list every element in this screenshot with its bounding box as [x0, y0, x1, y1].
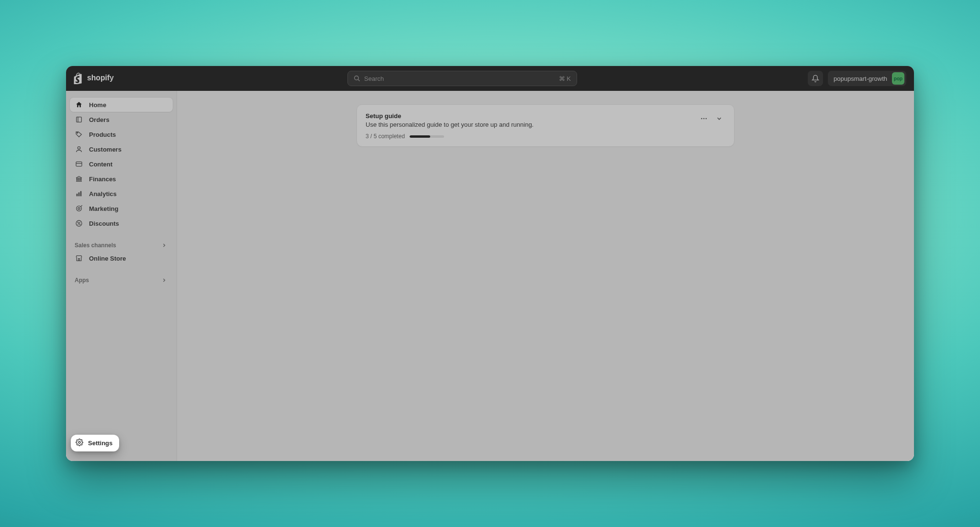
sidebar-item-discounts[interactable]: Discounts [70, 216, 173, 231]
sidebar-item-label: Content [89, 161, 112, 168]
home-icon [75, 100, 83, 109]
store-switcher-button[interactable]: popupsmart-growth pop [828, 71, 906, 86]
search-shortcut: ⌘ K [559, 75, 571, 82]
settings-label: Settings [88, 439, 112, 447]
sidebar-item-label: Finances [89, 176, 116, 183]
discount-icon [75, 219, 83, 228]
app-body: Home Orders Products [66, 91, 914, 461]
sidebar-section-sales-channels[interactable]: Sales channels [70, 240, 173, 251]
sidebar-item-label: Online Store [89, 255, 126, 262]
search-icon [354, 75, 360, 82]
sidebar-item-label: Analytics [89, 190, 117, 198]
sidebar-item-online-store[interactable]: Online Store [70, 251, 173, 265]
setup-guide-title: Setup guide [366, 112, 534, 120]
search-placeholder: Search [364, 75, 559, 82]
svg-point-25 [701, 118, 702, 120]
svg-point-16 [77, 206, 82, 211]
sidebar-item-label: Customers [89, 146, 122, 153]
sidebar-item-orders[interactable]: Orders [70, 112, 173, 127]
sidebar-item-products[interactable]: Products [70, 127, 173, 142]
shopify-wordmark-icon: shopify [87, 74, 117, 83]
gear-icon [76, 439, 83, 448]
main-content: Setup guide Use this personalized guide … [177, 91, 914, 461]
svg-point-27 [705, 118, 707, 120]
sidebar-item-customers[interactable]: Customers [70, 142, 173, 156]
bell-icon [812, 75, 819, 82]
shopify-logo[interactable]: shopify [74, 73, 117, 84]
settings-button[interactable]: Settings [71, 435, 119, 451]
setup-guide-collapse-button[interactable] [713, 112, 725, 125]
svg-rect-10 [78, 178, 79, 180]
svg-rect-13 [77, 194, 78, 196]
search-input[interactable]: Search ⌘ K [347, 71, 577, 86]
sidebar-item-label: Discounts [89, 220, 119, 227]
svg-rect-11 [80, 178, 81, 180]
store-avatar: pop [892, 72, 904, 85]
setup-guide-more-button[interactable] [698, 112, 710, 125]
store-icon [75, 254, 83, 263]
sidebar-item-analytics[interactable]: Analytics [70, 187, 173, 201]
progress-bar [410, 135, 444, 138]
svg-point-21 [78, 222, 78, 222]
notifications-button[interactable] [808, 71, 823, 86]
svg-rect-14 [78, 192, 80, 196]
person-icon [75, 145, 83, 154]
tag-icon [75, 130, 83, 139]
setup-guide-subtitle: Use this personalized guide to get your … [366, 121, 534, 128]
sidebar-item-finances[interactable]: Finances [70, 172, 173, 186]
svg-point-22 [79, 224, 80, 224]
orders-icon [75, 115, 83, 124]
topbar-right: popupsmart-growth pop [808, 71, 906, 86]
svg-rect-7 [76, 162, 82, 166]
svg-line-2 [358, 79, 360, 81]
svg-rect-23 [78, 259, 80, 261]
setup-guide-card: Setup guide Use this personalized guide … [356, 104, 735, 147]
svg-point-6 [78, 147, 80, 149]
section-label: Apps [75, 277, 89, 284]
sidebar-item-home[interactable]: Home [70, 98, 173, 112]
more-horizontal-icon [700, 115, 708, 122]
chevron-down-icon [716, 115, 723, 122]
svg-rect-9 [77, 178, 77, 180]
sidebar-item-label: Orders [89, 116, 110, 123]
svg-rect-3 [77, 117, 82, 122]
svg-line-18 [81, 205, 82, 207]
svg-rect-15 [80, 191, 82, 197]
sidebar-section-apps[interactable]: Apps [70, 274, 173, 286]
chevron-right-icon [160, 242, 168, 249]
sidebar-item-label: Home [89, 101, 106, 109]
sidebar-item-label: Products [89, 131, 116, 138]
svg-text:shopify: shopify [87, 74, 114, 82]
svg-point-1 [355, 76, 358, 80]
sidebar: Home Orders Products [66, 91, 177, 461]
section-label: Sales channels [75, 242, 116, 249]
svg-point-5 [77, 132, 78, 133]
analytics-icon [75, 189, 83, 198]
chevron-right-icon [160, 276, 168, 284]
progress-bar-fill [410, 135, 430, 138]
svg-point-26 [703, 118, 705, 120]
sidebar-item-content[interactable]: Content [70, 157, 173, 171]
shopify-bag-icon [74, 73, 84, 84]
sidebar-item-label: Marketing [89, 205, 118, 212]
target-icon [75, 204, 83, 213]
svg-point-17 [78, 208, 80, 209]
content-icon [75, 160, 83, 168]
sidebar-item-marketing[interactable]: Marketing [70, 201, 173, 216]
bank-icon [75, 175, 83, 183]
svg-point-24 [78, 441, 80, 443]
app-window: shopify Search ⌘ K popupsmart-growth [66, 66, 914, 461]
topbar: shopify Search ⌘ K popupsmart-growth [66, 66, 914, 91]
setup-progress-text: 3 / 5 completed [366, 133, 405, 140]
store-name: popupsmart-growth [834, 75, 887, 82]
